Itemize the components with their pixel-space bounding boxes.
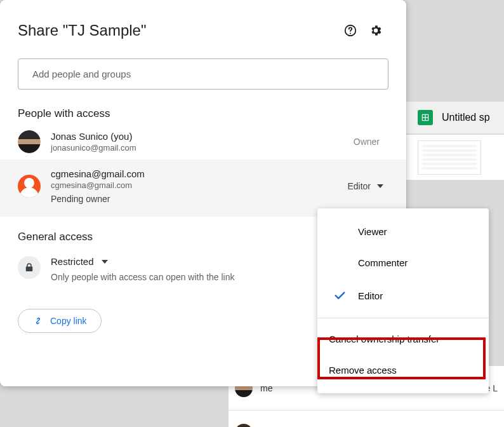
menu-item-commenter[interactable]: Commenter xyxy=(317,247,489,278)
person-email: jonasunico@gmail.com xyxy=(51,143,343,152)
bg-preview-row xyxy=(406,135,504,180)
link-icon xyxy=(32,315,44,327)
role-menu: Viewer Commenter Editor Cancel ownership… xyxy=(317,208,489,393)
sheets-icon xyxy=(418,110,433,125)
copy-link-label: Copy link xyxy=(50,316,87,326)
menu-item-viewer[interactable]: Viewer xyxy=(317,216,489,247)
menu-item-label: Commenter xyxy=(358,257,408,268)
role-dropdown[interactable]: Editor xyxy=(342,177,388,195)
menu-item-editor[interactable]: Editor xyxy=(317,278,489,313)
bg-file-title: Untitled sp xyxy=(442,112,490,123)
bg-file-header: Untitled sp xyxy=(406,102,504,133)
add-people-row xyxy=(0,50,406,93)
menu-item-remove[interactable]: Remove access xyxy=(317,355,489,386)
settings-button[interactable] xyxy=(363,18,388,43)
copy-link-button[interactable]: Copy link xyxy=(18,309,102,333)
owner-role-label: Owner xyxy=(354,137,380,147)
bg-row-2: me xyxy=(229,410,504,427)
help-icon xyxy=(343,24,357,37)
bg-preview-thumb xyxy=(418,140,481,175)
general-access-mode: Restricted xyxy=(51,256,94,267)
menu-item-label: Cancel ownership transfer xyxy=(329,334,439,344)
people-section-title: People with access xyxy=(0,93,406,124)
menu-separator xyxy=(317,318,489,318)
avatar xyxy=(235,424,253,428)
chevron-down-icon xyxy=(377,184,383,188)
avatar xyxy=(18,175,41,198)
menu-item-cancel-transfer[interactable]: Cancel ownership transfer xyxy=(317,323,489,355)
avatar xyxy=(18,130,41,153)
chevron-down-icon xyxy=(102,260,108,264)
dialog-title: Share "TJ Sample" xyxy=(18,22,338,39)
menu-item-label: Viewer xyxy=(358,226,387,237)
person-row-owner: Jonas Sunico (you) jonasunico@gmail.com … xyxy=(0,124,406,159)
lock-circle xyxy=(18,256,41,279)
svg-point-4 xyxy=(350,33,351,34)
person-name: cgmesina@gmail.com xyxy=(51,168,332,179)
menu-item-label: Editor xyxy=(358,290,383,301)
person-info: Jonas Sunico (you) jonasunico@gmail.com xyxy=(51,131,343,152)
person-email: cgmesina@gmail.com xyxy=(51,180,332,190)
dialog-header: Share "TJ Sample" xyxy=(0,0,406,50)
person-name: Jonas Sunico (you) xyxy=(51,131,343,142)
help-button[interactable] xyxy=(338,18,363,43)
menu-item-label: Remove access xyxy=(329,365,397,376)
person-status: Pending owner xyxy=(51,194,332,204)
gear-icon xyxy=(369,24,383,37)
person-info: cgmesina@gmail.com cgmesina@gmail.com Pe… xyxy=(51,168,332,204)
lock-icon xyxy=(23,262,35,273)
role-dropdown-label: Editor xyxy=(347,181,371,191)
check-icon xyxy=(333,288,358,302)
add-people-input[interactable] xyxy=(18,58,388,90)
